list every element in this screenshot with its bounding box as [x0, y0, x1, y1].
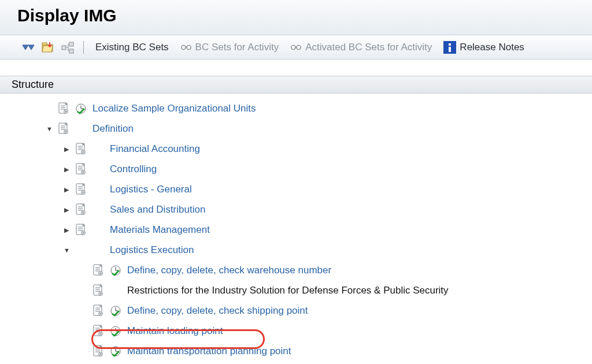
- bc-sets-for-activity-button[interactable]: BC Sets for Activity: [177, 39, 283, 55]
- existing-bc-sets-label: Existing BC Sets: [95, 42, 169, 53]
- toolbar: Existing BC Sets BC Sets for Activity Ac…: [0, 35, 592, 60]
- document-icon[interactable]: [92, 325, 104, 337]
- tree-label[interactable]: Logistics - General: [110, 184, 192, 195]
- caret-closed-icon[interactable]: [64, 225, 69, 234]
- existing-bc-sets-button[interactable]: Existing BC Sets: [92, 39, 172, 55]
- tree-row-logistics-general[interactable]: Logistics - General: [46, 179, 592, 199]
- tree-row-restrictions[interactable]: Restrictions for the Industry Solution f…: [46, 280, 592, 300]
- bc-sets-for-activity-label: BC Sets for Activity: [195, 42, 279, 53]
- caret-closed-icon[interactable]: [64, 185, 69, 194]
- tree-label[interactable]: Sales and Distribution: [110, 204, 205, 216]
- tree-label[interactable]: Materials Management: [110, 224, 210, 236]
- spacer: [75, 244, 87, 256]
- tree-label[interactable]: Define, copy, delete, check warehouse nu…: [127, 265, 331, 276]
- tree-label[interactable]: Logistics Execution: [110, 244, 194, 256]
- caret-open-icon[interactable]: [64, 246, 69, 254]
- spacer: [92, 224, 104, 236]
- activated-bc-sets-label: Activated BC Sets for Activity: [305, 42, 432, 53]
- activated-bc-sets-button[interactable]: Activated BC Sets for Activity: [287, 39, 435, 55]
- tree-row-financial-accounting[interactable]: Financial Accounting: [46, 139, 592, 159]
- release-notes-button[interactable]: Release Notes: [440, 39, 528, 55]
- tree-row-controlling[interactable]: Controlling: [46, 159, 592, 179]
- title-bar: Display IMG: [0, 0, 592, 35]
- tree-label[interactable]: Definition: [92, 123, 134, 135]
- document-icon[interactable]: [92, 345, 104, 358]
- where-used-button[interactable]: [60, 40, 75, 55]
- img-tree: Localize Sample Organizational Units Def…: [0, 94, 592, 364]
- spacer: [75, 123, 87, 135]
- document-icon[interactable]: [75, 143, 87, 155]
- spacer: [92, 184, 104, 195]
- document-icon[interactable]: [75, 224, 87, 236]
- spacer: [92, 164, 104, 175]
- document-icon[interactable]: [75, 163, 87, 176]
- info-icon: [443, 41, 456, 54]
- page-title: Display IMG: [17, 6, 580, 25]
- expand-all-button[interactable]: [21, 40, 36, 55]
- document-icon[interactable]: [75, 203, 87, 216]
- open-button[interactable]: [40, 40, 56, 55]
- activity-icon[interactable]: [110, 325, 121, 337]
- activity-icon[interactable]: [110, 346, 121, 357]
- caret-closed-icon[interactable]: [64, 165, 69, 173]
- document-icon[interactable]: [58, 102, 69, 115]
- release-notes-label: Release Notes: [460, 42, 524, 53]
- spacer: [110, 285, 121, 296]
- tree-label[interactable]: Restrictions for the Industry Solution f…: [127, 285, 449, 296]
- document-icon[interactable]: [58, 122, 69, 135]
- caret-closed-icon[interactable]: [64, 144, 69, 153]
- activity-icon[interactable]: [110, 265, 121, 276]
- glasses-icon: [290, 42, 302, 53]
- tree-label[interactable]: Controlling: [110, 164, 157, 175]
- spacer: [92, 143, 104, 155]
- tree-row-maintain-transport[interactable]: Maintain transportation planning point: [46, 341, 592, 361]
- tree-label[interactable]: Financial Accounting: [110, 143, 200, 155]
- tree-row-materials-management[interactable]: Materials Management: [46, 220, 592, 240]
- structure-label: Structure: [12, 79, 54, 90]
- tree-label[interactable]: Maintain loading point: [127, 325, 223, 337]
- structure-header: Structure: [0, 76, 592, 94]
- document-icon[interactable]: [75, 183, 87, 196]
- caret-closed-icon[interactable]: [64, 205, 69, 214]
- tree-row-localize[interactable]: Localize Sample Organizational Units: [46, 98, 592, 118]
- document-icon[interactable]: [92, 304, 104, 317]
- tree-row-logistics-execution[interactable]: Logistics Execution: [46, 240, 592, 260]
- activity-icon[interactable]: [110, 305, 121, 317]
- tree-row-sales-distribution[interactable]: Sales and Distribution: [46, 199, 592, 220]
- tree-row-define-shipping[interactable]: Define, copy, delete, check shipping poi…: [46, 300, 592, 321]
- activity-icon[interactable]: [75, 103, 87, 114]
- spacer: [92, 204, 104, 216]
- caret-open-icon[interactable]: [46, 124, 52, 133]
- tree-row-maintain-loading[interactable]: Maintain loading point: [46, 321, 592, 341]
- glasses-icon: [180, 42, 192, 53]
- document-icon[interactable]: [92, 264, 104, 277]
- toolbar-separator: [83, 41, 84, 54]
- tree-label[interactable]: Localize Sample Organizational Units: [92, 103, 256, 114]
- tree-row-definition[interactable]: Definition: [46, 118, 592, 139]
- document-icon[interactable]: [92, 284, 104, 297]
- tree-row-define-warehouse[interactable]: Define, copy, delete, check warehouse nu…: [46, 260, 592, 280]
- tree-label[interactable]: Maintain transportation planning point: [127, 346, 291, 357]
- spacer: [92, 244, 104, 256]
- tree-label[interactable]: Define, copy, delete, check shipping poi…: [127, 305, 308, 317]
